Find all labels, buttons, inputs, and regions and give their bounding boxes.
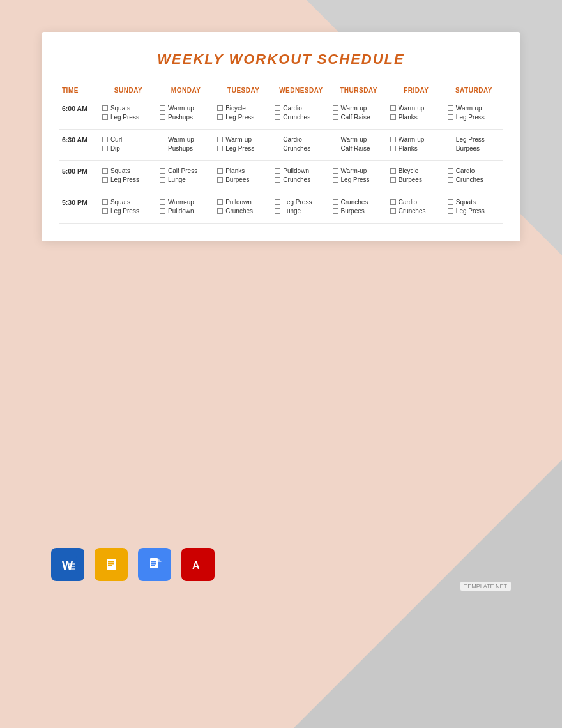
exercise-checkbox[interactable] — [390, 146, 396, 151]
exercise-checkbox[interactable] — [448, 114, 453, 120]
exercise-checkbox[interactable] — [160, 137, 165, 142]
exercise-label: Calf Raise — [341, 145, 370, 152]
exercise-checkbox[interactable] — [448, 168, 453, 174]
exercise-checkbox[interactable] — [217, 168, 223, 174]
exercise-checkbox[interactable] — [448, 137, 453, 142]
exercise-checkbox[interactable] — [160, 146, 165, 151]
app-icons-row: W A — [51, 548, 215, 581]
exercise-checkbox[interactable] — [160, 114, 165, 120]
exercise-item: Calf Raise — [333, 145, 385, 152]
exercise-item: Leg Press — [102, 208, 155, 215]
exercise-checkbox[interactable] — [102, 137, 108, 142]
exercise-checkbox[interactable] — [448, 177, 453, 183]
exercise-label: Warm-up — [341, 167, 367, 174]
exercise-checkbox[interactable] — [333, 208, 338, 214]
exercise-checkbox[interactable] — [102, 177, 108, 183]
svg-rect-7 — [108, 561, 114, 563]
exercise-checkbox[interactable] — [390, 199, 396, 205]
exercise-checkbox[interactable] — [102, 199, 108, 205]
cell-sunday-row0: SquatsLeg Press — [100, 98, 157, 130]
exercise-checkbox[interactable] — [160, 105, 165, 111]
exercise-checkbox[interactable] — [217, 105, 223, 111]
exercise-label: Cardio — [283, 136, 301, 143]
exercise-checkbox[interactable] — [102, 105, 108, 111]
exercise-checkbox[interactable] — [333, 137, 338, 142]
exercise-checkbox[interactable] — [333, 146, 338, 151]
exercise-checkbox[interactable] — [448, 199, 453, 205]
exercise-checkbox[interactable] — [217, 114, 223, 120]
exercise-label: Cardio — [283, 105, 301, 112]
exercise-item: Cardio — [390, 199, 443, 206]
exercise-checkbox[interactable] — [390, 177, 396, 183]
exercise-checkbox[interactable] — [275, 199, 280, 205]
exercise-checkbox[interactable] — [160, 177, 165, 183]
exercise-item: Bicycle — [217, 105, 270, 112]
exercise-item: Warm-up — [333, 167, 385, 174]
exercise-checkbox[interactable] — [217, 208, 223, 214]
exercise-item: Burpees — [390, 176, 443, 183]
svg-text:A: A — [192, 560, 200, 571]
exercise-checkbox[interactable] — [275, 114, 280, 120]
cell-sunday-row1: CurlDip — [100, 130, 157, 161]
exercise-label: Crunches — [341, 199, 368, 206]
exercise-label: Leg Press — [456, 208, 485, 215]
time-cell: 6:00 AM — [59, 98, 100, 130]
exercise-checkbox[interactable] — [390, 208, 396, 214]
exercise-item: Pulldown — [275, 167, 327, 174]
exercise-checkbox[interactable] — [102, 114, 108, 120]
exercise-label: Planks — [399, 145, 418, 152]
exercise-item: Warm-up — [333, 136, 385, 143]
word-icon[interactable]: W — [51, 548, 84, 581]
exercise-checkbox[interactable] — [448, 146, 453, 151]
exercise-checkbox[interactable] — [275, 137, 280, 142]
exercise-checkbox[interactable] — [102, 208, 108, 214]
exercise-checkbox[interactable] — [333, 177, 338, 183]
exercise-checkbox[interactable] — [390, 114, 396, 120]
header-monday: MONDAY — [157, 83, 215, 98]
exercise-checkbox[interactable] — [160, 208, 165, 214]
pages-icon[interactable] — [95, 548, 128, 581]
exercise-checkbox[interactable] — [333, 114, 338, 120]
exercise-checkbox[interactable] — [217, 199, 223, 205]
bg-triangle-bottom-right — [294, 460, 562, 728]
exercise-checkbox[interactable] — [217, 137, 223, 142]
cell-friday-row2: BicycleBurpees — [388, 161, 445, 192]
exercise-checkbox[interactable] — [275, 168, 280, 174]
exercise-label: Warm-up — [341, 105, 367, 112]
exercise-checkbox[interactable] — [390, 137, 396, 142]
exercise-item: Warm-up — [160, 199, 212, 206]
exercise-item: Squats — [102, 199, 155, 206]
exercise-checkbox[interactable] — [275, 146, 280, 151]
exercise-checkbox[interactable] — [160, 199, 165, 205]
exercise-checkbox[interactable] — [102, 168, 108, 174]
exercise-checkbox[interactable] — [275, 208, 280, 214]
exercise-label: Leg Press — [110, 114, 139, 121]
exercise-checkbox[interactable] — [275, 105, 280, 111]
exercise-checkbox[interactable] — [448, 208, 453, 214]
exercise-checkbox[interactable] — [448, 105, 453, 111]
exercise-label: Crunches — [399, 208, 426, 215]
exercise-checkbox[interactable] — [333, 199, 338, 205]
docs-icon[interactable] — [138, 548, 171, 581]
exercise-checkbox[interactable] — [160, 168, 165, 174]
exercise-item: Pushups — [160, 145, 212, 152]
exercise-item: Lunge — [275, 208, 327, 215]
exercise-checkbox[interactable] — [217, 177, 223, 183]
exercise-item: Pulldown — [160, 208, 212, 215]
exercise-checkbox[interactable] — [333, 105, 338, 111]
cell-friday-row0: Warm-upPlanks — [388, 98, 445, 130]
exercise-checkbox[interactable] — [217, 146, 223, 151]
exercise-checkbox[interactable] — [275, 177, 280, 183]
exercise-label: Bicycle — [225, 105, 246, 112]
exercise-label: Leg Press — [456, 114, 485, 121]
cell-friday-row3: CardioCrunches — [388, 192, 445, 224]
exercise-checkbox[interactable] — [102, 146, 108, 151]
exercise-item: Planks — [217, 167, 270, 174]
exercise-checkbox[interactable] — [333, 168, 338, 174]
acrobat-icon[interactable]: A — [181, 548, 215, 581]
cell-thursday-row0: Warm-upCalf Raise — [330, 98, 388, 130]
svg-rect-13 — [151, 561, 156, 563]
exercise-checkbox[interactable] — [390, 105, 396, 111]
cell-tuesday-row1: Warm-upLeg Press — [215, 130, 272, 161]
exercise-checkbox[interactable] — [390, 168, 396, 174]
